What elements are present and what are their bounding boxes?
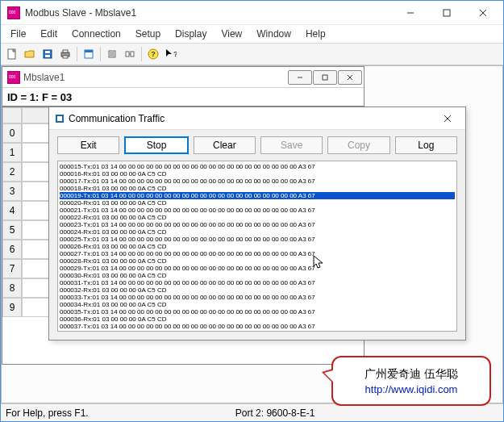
svg-rect-11 xyxy=(126,52,129,56)
save-icon[interactable] xyxy=(40,46,56,62)
row-header[interactable]: 4 xyxy=(2,201,22,220)
toolbar: ? ? xyxy=(1,43,503,65)
connect-icon[interactable] xyxy=(122,46,138,62)
doc-close-button[interactable] xyxy=(338,70,362,85)
traffic-line[interactable]: 000025-Tx:01 03 14 00 00 00 00 00 00 00 … xyxy=(60,236,455,243)
toolbar-separator xyxy=(100,47,101,61)
traffic-line[interactable]: 000022-Rx:01 03 00 00 00 0A C5 CD xyxy=(60,214,455,221)
dialog-button-row: Exit Stop Clear Save Copy Log xyxy=(49,130,465,161)
dialog-icon xyxy=(56,115,64,123)
menu-display[interactable]: Display xyxy=(169,27,213,41)
status-bar: For Help, press F1. Port 2: 9600-8-E-1 xyxy=(1,403,503,421)
status-port: Port 2: 9600-8-E-1 xyxy=(235,407,325,419)
dialog-titlebar[interactable]: Communication Traffic xyxy=(49,107,465,130)
dialog-title: Communication Traffic xyxy=(69,113,165,124)
status-help: For Help, press F1. xyxy=(6,407,98,419)
menu-window[interactable]: Window xyxy=(250,27,298,41)
svg-rect-6 xyxy=(63,50,68,52)
document-icon xyxy=(7,71,20,84)
svg-rect-12 xyxy=(131,52,134,56)
traffic-line[interactable]: 000028-Rx:01 03 00 00 00 0A C5 CD xyxy=(60,257,455,265)
traffic-line[interactable]: 000031-Tx:01 03 14 00 00 00 00 00 00 00 … xyxy=(60,279,455,286)
traffic-line[interactable]: 000016-Rx:01 03 00 00 00 0A C5 CD xyxy=(60,170,455,178)
row-header[interactable]: 9 xyxy=(2,298,22,317)
main-titlebar[interactable]: Modbus Slave - Mbslave1 xyxy=(1,1,503,25)
svg-text:?: ? xyxy=(173,50,177,58)
callout-line1: 广州爱奇迪 伍华聪 xyxy=(364,367,458,382)
copy-button[interactable]: Copy xyxy=(327,136,389,154)
svg-rect-9 xyxy=(85,50,93,52)
dialog-close-button[interactable] xyxy=(433,109,462,128)
menu-help[interactable]: Help xyxy=(299,27,332,41)
document-header: ID = 1: F = 03 xyxy=(2,88,364,107)
minimize-button[interactable] xyxy=(392,2,428,24)
form-icon[interactable] xyxy=(81,46,97,62)
row-header[interactable]: 0 xyxy=(2,123,22,143)
traffic-line[interactable]: 000026-Rx:01 03 00 00 00 0A C5 CD xyxy=(60,243,455,250)
menu-edit[interactable]: Edit xyxy=(34,27,64,41)
traffic-line[interactable]: 000030-Rx:01 03 00 00 00 0A C5 CD xyxy=(60,272,455,279)
doc-maximize-button[interactable] xyxy=(313,70,337,85)
document-titlebar[interactable]: Mbslave1 xyxy=(2,67,364,88)
maximize-button[interactable] xyxy=(428,2,464,24)
row-header[interactable]: 2 xyxy=(2,162,22,182)
traffic-line[interactable]: 000036-Rx:01 03 00 00 00 0A C5 CD xyxy=(60,315,455,323)
svg-rect-3 xyxy=(45,51,50,53)
svg-rect-7 xyxy=(63,56,68,58)
save-button[interactable]: Save xyxy=(260,136,323,154)
traffic-line[interactable]: 000035-Tx:01 03 14 00 00 00 00 00 00 00 … xyxy=(60,308,455,315)
main-title: Modbus Slave - Mbslave1 xyxy=(25,7,136,19)
menubar: File Edit Connection Setup Display View … xyxy=(1,25,503,43)
exit-button[interactable]: Exit xyxy=(57,136,119,154)
device-icon[interactable] xyxy=(104,46,120,62)
help-icon[interactable]: ? xyxy=(145,46,161,62)
whats-this-icon[interactable]: ? xyxy=(163,46,179,62)
traffic-line[interactable]: 000029-Tx:01 03 14 00 00 00 00 00 00 00 … xyxy=(60,265,455,272)
traffic-line[interactable]: 000021-Tx:01 03 14 00 00 00 00 00 00 00 … xyxy=(60,207,455,214)
callout-link: http://www.iqidi.com xyxy=(365,383,458,395)
row-header[interactable]: 1 xyxy=(2,143,22,162)
app-icon xyxy=(7,6,20,19)
toolbar-separator xyxy=(77,47,77,61)
new-icon[interactable] xyxy=(4,46,20,62)
traffic-line[interactable]: 000015-Tx:01 03 14 00 00 00 00 00 00 00 … xyxy=(60,163,455,170)
document-title: Mbslave1 xyxy=(23,72,65,83)
traffic-line[interactable]: 000020-Rx:01 03 00 00 00 0A C5 CD xyxy=(60,199,455,207)
annotation-callout: 广州爱奇迪 伍华聪 http://www.iqidi.com xyxy=(331,356,491,406)
print-icon[interactable] xyxy=(57,46,73,62)
toolbar-separator xyxy=(141,47,142,61)
row-header[interactable]: 3 xyxy=(2,182,22,201)
stop-button[interactable]: Stop xyxy=(124,136,188,154)
log-button[interactable]: Log xyxy=(395,136,457,154)
row-header[interactable]: 5 xyxy=(2,220,22,240)
row-header[interactable]: 6 xyxy=(2,240,22,259)
traffic-line[interactable]: 000018-Rx:01 03 00 00 00 0A C5 CD xyxy=(60,185,455,192)
traffic-line[interactable]: 000017-Tx:01 03 14 00 00 00 00 00 00 00 … xyxy=(60,178,455,185)
traffic-line[interactable]: 000037-Tx:01 03 14 00 00 00 00 00 00 00 … xyxy=(60,323,455,330)
menu-connection[interactable]: Connection xyxy=(65,27,127,41)
clear-button[interactable]: Clear xyxy=(194,136,256,154)
open-icon[interactable] xyxy=(22,46,38,62)
svg-rect-16 xyxy=(323,75,327,80)
svg-rect-4 xyxy=(45,55,50,57)
traffic-list[interactable]: 000015-Tx:01 03 14 00 00 00 00 00 00 00 … xyxy=(57,161,457,332)
communication-traffic-dialog: Communication Traffic Exit Stop Clear Sa… xyxy=(48,107,466,341)
traffic-line[interactable]: 000034-Rx:01 03 00 00 00 0A C5 CD xyxy=(60,301,455,308)
menu-view[interactable]: View xyxy=(215,27,248,41)
row-header[interactable]: 7 xyxy=(2,259,22,278)
traffic-line[interactable]: 000032-Rx:01 03 00 00 00 0A C5 CD xyxy=(60,286,455,294)
row-header[interactable]: 8 xyxy=(2,278,22,298)
close-button[interactable] xyxy=(464,2,502,24)
doc-minimize-button[interactable] xyxy=(288,70,312,85)
traffic-line[interactable]: 000024-Rx:01 03 00 00 00 0A C5 CD xyxy=(60,228,455,236)
traffic-line[interactable]: 000033-Tx:01 03 14 00 00 00 00 00 00 00 … xyxy=(60,294,455,301)
menu-setup[interactable]: Setup xyxy=(129,27,167,41)
svg-text:?: ? xyxy=(151,50,156,58)
svg-rect-0 xyxy=(444,10,450,16)
menu-file[interactable]: File xyxy=(4,27,32,41)
traffic-line[interactable]: 000027-Tx:01 03 14 00 00 00 00 00 00 00 … xyxy=(60,250,455,257)
traffic-line[interactable]: 000019-Tx:01 03 14 00 00 00 00 00 00 00 … xyxy=(60,192,455,199)
traffic-line[interactable]: 000038-Rx:01 03 00 00 00 0A C5 CD xyxy=(60,330,455,332)
traffic-line[interactable]: 000023-Tx:01 03 14 00 00 00 00 00 00 00 … xyxy=(60,221,455,228)
